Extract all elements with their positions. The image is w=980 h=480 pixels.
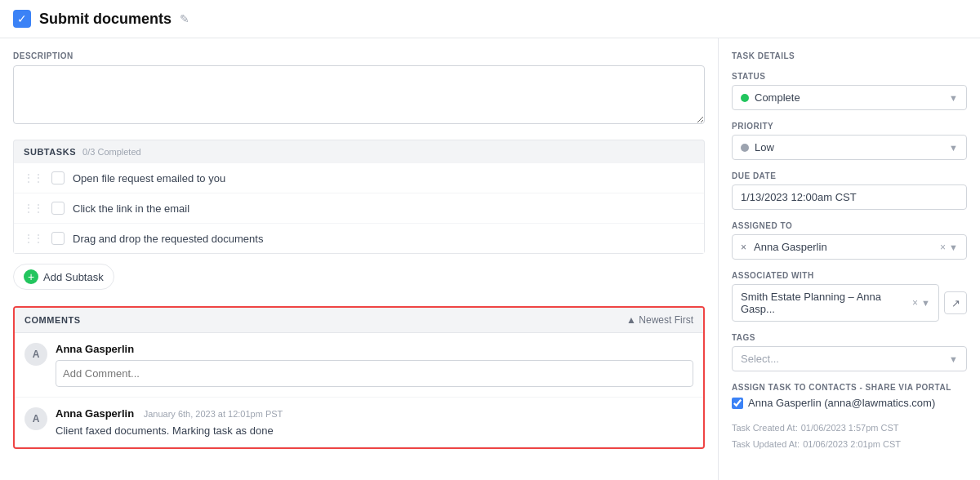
external-link-icon[interactable]: ↗ [944,291,967,314]
subtask-item: ⋮⋮ Drag and drop the requested documents [14,224,704,253]
comment-timestamp: January 6th, 2023 at 12:01pm PST [144,409,283,419]
description-label: DESCRIPTION [13,51,705,60]
add-subtask-icon: + [24,269,38,284]
meta-updated-value: 01/06/2023 2:01pm CST [803,437,901,453]
subtask-text-1: Open file request emailed to you [73,172,225,184]
chevron-down-icon: ▼ [949,242,958,252]
existing-comment-body: Anna Gasperlin January 6th, 2023 at 12:0… [56,407,693,437]
meta-info: Task Created At: 01/06/2023 1:57pm CST T… [732,420,967,453]
priority-field-group: PRIORITY Low ▼ [732,122,967,160]
meta-created-label: Task Created At: [732,420,798,437]
comments-label: COMMENTS [24,315,81,325]
meta-updated-label: Task Updated At: [732,437,800,453]
chevron-down-icon: ▼ [949,143,958,153]
edit-icon[interactable]: ✎ [180,12,189,25]
subtasks-label: SUBTASKS [24,147,76,157]
meta-created: Task Created At: 01/06/2023 1:57pm CST [732,420,967,437]
comments-section: COMMENTS ▲ Newest First A Anna Gasperlin… [13,306,705,449]
meta-created-value: 01/06/2023 1:57pm CST [801,420,899,437]
comments-header: COMMENTS ▲ Newest First [15,308,703,333]
subtask-item: ⋮⋮ Open file request emailed to you [14,163,704,193]
tags-field-group: TAGS Select... ▼ [732,333,967,371]
tag-remove-icon[interactable]: × [741,242,746,253]
right-panel: TASK DETAILS STATUS Complete ▼ PRIORITY [719,38,980,480]
associated-with-field-group: ASSOCIATED WITH Smith Estate Planning – … [732,271,967,322]
status-label: STATUS [732,72,967,81]
portal-checkbox[interactable] [732,398,743,409]
subtask-text-2: Click the link in the email [73,202,189,215]
associated-with-label: ASSOCIATED WITH [732,271,967,280]
subtasks-list: ⋮⋮ Open file request emailed to you ⋮⋮ C… [13,163,705,254]
assigned-to-value: Anna Gasperlin [754,241,827,253]
add-subtask-label: Add Subtask [43,271,104,283]
description-textarea[interactable] [13,65,705,124]
sort-newest-first[interactable]: ▲ Newest First [626,314,693,326]
subtask-item: ⋮⋮ Click the link in the email [14,193,704,224]
existing-comment-entry: A Anna Gasperlin January 6th, 2023 at 12… [15,398,703,447]
portal-label: ASSIGN TASK TO CONTACTS - SHARE VIA PORT… [732,383,967,392]
chevron-down-icon: ▼ [921,298,930,308]
subtask-checkbox-3[interactable] [51,232,65,245]
priority-value: Low [755,141,774,153]
subtasks-header: SUBTASKS 0/3 Completed [13,140,705,163]
meta-updated: Task Updated At: 01/06/2023 2:01pm CST [732,437,967,453]
task-checkbox[interactable]: ✓ [13,10,31,28]
avatar: A [24,407,47,430]
existing-comment-author: Anna Gasperlin January 6th, 2023 at 12:0… [56,407,693,420]
drag-handle-icon[interactable]: ⋮⋮ [24,233,43,244]
app-container: ✓ Submit documents ✎ DESCRIPTION SUBTASK… [0,0,980,480]
subtask-text-3: Drag and drop the requested documents [73,233,263,245]
associated-remove-icon[interactable]: × [912,297,918,309]
header: ✓ Submit documents ✎ [0,0,980,38]
tags-label: TAGS [732,333,967,342]
priority-dot [741,144,749,152]
comment-text: Client faxed documents. Marking task as … [56,424,693,437]
task-details-title: TASK DETAILS [732,51,967,60]
subtasks-count: 0/3 Completed [82,147,141,157]
chevron-down-icon: ▼ [949,93,958,103]
drag-handle-icon[interactable]: ⋮⋮ [24,172,43,184]
chevron-down-icon: ▼ [949,354,958,364]
status-select[interactable]: Complete ▼ [732,85,967,110]
due-date-field-group: DUE DATE [732,171,967,210]
left-panel: DESCRIPTION SUBTASKS 0/3 Completed ⋮⋮ Op… [0,38,719,480]
new-comment-body: Anna Gasperlin [56,343,693,387]
subtask-checkbox-2[interactable] [51,202,65,215]
assigned-remove-icon[interactable]: × [940,242,946,253]
assigned-to-field-group: ASSIGNED TO × Anna Gasperlin × ▼ [732,221,967,260]
due-date-input[interactable] [732,184,967,210]
subtask-checkbox-1[interactable] [51,171,65,184]
portal-checkbox-row: Anna Gasperlin (anna@lawmatics.com) [732,397,967,409]
assigned-to-select[interactable]: × Anna Gasperlin × ▼ [732,234,967,260]
portal-contact: Anna Gasperlin (anna@lawmatics.com) [748,397,935,409]
tags-select[interactable]: Select... ▼ [732,346,967,371]
priority-label: PRIORITY [732,122,967,131]
portal-field-group: ASSIGN TASK TO CONTACTS - SHARE VIA PORT… [732,383,967,409]
page-title: Submit documents [39,11,172,28]
assigned-to-label: ASSIGNED TO [732,221,967,230]
new-comment-entry: A Anna Gasperlin [15,333,703,398]
status-value: Complete [755,91,800,104]
associated-with-select[interactable]: Smith Estate Planning – Anna Gasp... × ▼ [732,284,939,322]
add-subtask-button[interactable]: + Add Subtask [13,264,114,290]
associated-with-value: Smith Estate Planning – Anna Gasp... [741,291,912,315]
status-dot [741,94,749,102]
drag-handle-icon[interactable]: ⋮⋮ [24,202,43,214]
due-date-label: DUE DATE [732,171,967,180]
priority-select[interactable]: Low ▼ [732,135,967,160]
main-content: DESCRIPTION SUBTASKS 0/3 Completed ⋮⋮ Op… [0,38,980,480]
status-field-group: STATUS Complete ▼ [732,72,967,110]
tags-placeholder: Select... [741,353,779,365]
new-comment-author: Anna Gasperlin [56,343,693,355]
comment-input[interactable] [56,360,693,387]
avatar: A [24,343,47,366]
